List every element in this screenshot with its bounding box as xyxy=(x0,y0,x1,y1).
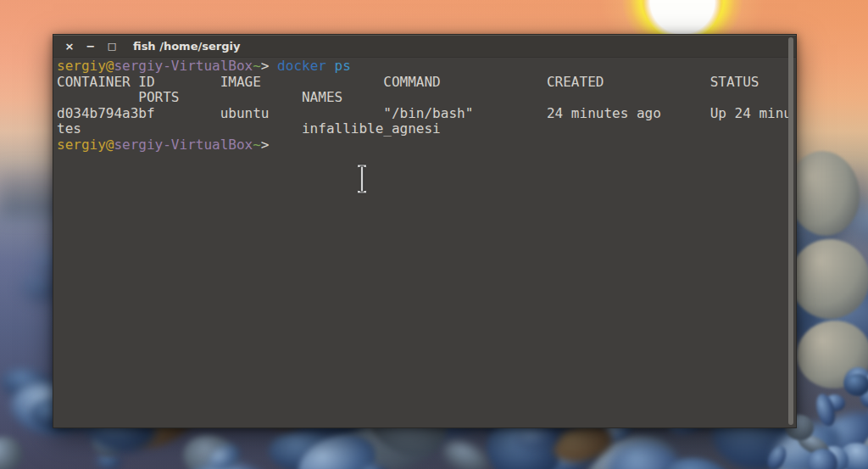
terminal-line: CONTAINER ID IMAGE COMMAND CREATED STATU… xyxy=(57,75,796,91)
scrollbar-thumb[interactable] xyxy=(788,37,793,425)
window-title: fish /home/sergiy xyxy=(133,40,240,53)
terminal-line: sergiy@sergiy-VirtualBox~> docker ps xyxy=(57,59,796,75)
close-icon[interactable]: × xyxy=(64,41,75,53)
terminal-line: d034b794a3bf ubuntu "/bin/bash" 24 minut… xyxy=(57,106,796,122)
terminal-window: × − □ fish /home/sergiy sergiy@sergiy-Vi… xyxy=(53,34,797,428)
desktop: × − □ fish /home/sergiy sergiy@sergiy-Vi… xyxy=(0,0,868,469)
terminal-output[interactable]: sergiy@sergiy-VirtualBox~> docker psCONT… xyxy=(53,58,796,427)
window-titlebar[interactable]: × − □ fish /home/sergiy xyxy=(53,35,796,58)
maximize-icon[interactable]: □ xyxy=(106,41,118,53)
minimize-icon[interactable]: − xyxy=(85,41,97,53)
terminal-line: tes infallible_agnesi xyxy=(57,121,796,137)
terminal-line: sergiy@sergiy-VirtualBox~> xyxy=(57,137,796,154)
terminal-line: PORTS NAMES xyxy=(57,90,796,106)
